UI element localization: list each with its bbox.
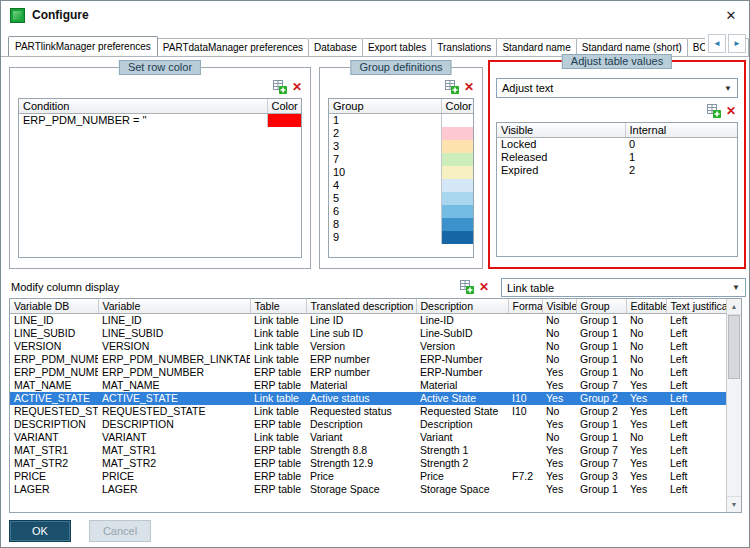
group-row[interactable]: 1 bbox=[329, 114, 473, 128]
delete-group-icon[interactable]: ✕ bbox=[464, 81, 474, 94]
group-row[interactable]: 5 bbox=[329, 192, 473, 205]
internal-value: 0 bbox=[625, 138, 737, 152]
title-bar: Configure ✕ bbox=[1, 1, 749, 29]
set-row-color-title: Set row color bbox=[119, 60, 201, 75]
tab-scroll-right-icon[interactable]: ► bbox=[728, 34, 746, 53]
table-row[interactable]: LINE_SUBIDLINE_SUBIDLink tableLine sub I… bbox=[10, 327, 726, 340]
color-swatch[interactable] bbox=[441, 179, 473, 192]
group-row[interactable]: 6 bbox=[329, 205, 473, 218]
set-row-color-toolbar: ✕ bbox=[273, 80, 302, 94]
groupdef-header-group[interactable]: Group bbox=[329, 99, 441, 114]
table-row[interactable]: PRICEPRICEERP tablePricePriceF7.2YesGrou… bbox=[10, 470, 726, 483]
adjust-mode-dropdown[interactable]: Adjust text ▼ bbox=[496, 78, 738, 98]
add-column-icon[interactable] bbox=[460, 280, 474, 294]
table-row[interactable]: ERP_PDM_NUMBERERP_PDM_NUMBERERP tableERP… bbox=[10, 366, 726, 379]
add-value-icon[interactable] bbox=[707, 104, 721, 118]
group-number: 2 bbox=[329, 127, 441, 140]
group-number: 1 bbox=[329, 114, 441, 128]
scroll-up-icon[interactable]: ▲ bbox=[727, 299, 741, 315]
delete-value-icon[interactable]: ✕ bbox=[726, 105, 736, 118]
close-icon[interactable]: ✕ bbox=[722, 6, 740, 24]
big-table-body: LINE_IDLINE_IDLink tableLine IDLine-IDNo… bbox=[10, 314, 726, 497]
color-swatch[interactable] bbox=[441, 205, 473, 218]
value-row[interactable]: Released1 bbox=[497, 151, 737, 164]
column-header-text-justification[interactable]: Text justification bbox=[666, 299, 726, 314]
app-icon bbox=[10, 8, 25, 23]
color-swatch[interactable] bbox=[441, 153, 473, 166]
value-row[interactable]: Locked0 bbox=[497, 138, 737, 152]
column-header-format[interactable]: Format bbox=[508, 299, 542, 314]
add-row-icon[interactable] bbox=[273, 80, 287, 94]
column-header-table[interactable]: Table bbox=[250, 299, 306, 314]
adjust-header-internal[interactable]: Internal bbox=[625, 123, 737, 138]
tab-database[interactable]: Database bbox=[308, 38, 363, 56]
group-row[interactable]: 2 bbox=[329, 127, 473, 140]
tab-scroll-buttons: ◄ ► bbox=[705, 34, 746, 53]
column-header-editable[interactable]: Editable bbox=[626, 299, 666, 314]
table-selector-dropdown[interactable]: Link table ▼ bbox=[501, 278, 746, 297]
color-swatch[interactable] bbox=[441, 114, 473, 128]
add-group-icon[interactable] bbox=[445, 80, 459, 94]
table-row[interactable]: MAT_STR1MAT_STR1ERP tableStrength 8.8Str… bbox=[10, 444, 726, 457]
tab-scroll-left-icon[interactable]: ◄ bbox=[708, 34, 726, 53]
groupdef-header-color[interactable]: Color bbox=[441, 99, 473, 114]
set-row-color-table: ConditionColor ERP_PDM_NUMBER = '' bbox=[18, 98, 302, 258]
group-row[interactable]: 7 bbox=[329, 153, 473, 166]
modify-column-toolbar: ✕ bbox=[460, 280, 489, 294]
tab-translations[interactable]: Translations bbox=[431, 38, 497, 56]
group-row[interactable]: 10 bbox=[329, 166, 473, 179]
color-swatch[interactable] bbox=[441, 218, 473, 231]
visible-value: Released bbox=[497, 151, 625, 164]
ok-button[interactable]: OK bbox=[9, 520, 71, 542]
group-number: 6 bbox=[329, 205, 441, 218]
value-row[interactable]: Expired2 bbox=[497, 164, 737, 177]
scrollbar-thumb[interactable] bbox=[728, 315, 740, 379]
table-row[interactable]: VERSIONVERSIONLink tableVersionVersionNo… bbox=[10, 340, 726, 353]
table-row[interactable]: ACTIVE_STATEACTIVE_STATELink tableActive… bbox=[10, 392, 726, 405]
table-row[interactable]: VARIANTVARIANTLink tableVariantVariantNo… bbox=[10, 431, 726, 444]
column-header-visible[interactable]: Visible bbox=[542, 299, 576, 314]
color-swatch[interactable] bbox=[441, 127, 473, 140]
cancel-button[interactable]: Cancel bbox=[89, 520, 151, 542]
color-swatch[interactable] bbox=[441, 166, 473, 179]
modify-column-display-label: Modify column display bbox=[11, 281, 119, 293]
window-title: Configure bbox=[32, 8, 89, 22]
color-swatch[interactable] bbox=[441, 231, 473, 244]
color-swatch[interactable] bbox=[441, 192, 473, 205]
column-header-variable-db[interactable]: Variable DB bbox=[10, 299, 98, 314]
group-row[interactable]: 4 bbox=[329, 179, 473, 192]
table-row[interactable]: REQUESTED_STATEREQUESTED_STATELink table… bbox=[10, 405, 726, 418]
set-row-color-header-row: ConditionColor bbox=[19, 99, 301, 114]
condition-row[interactable]: ERP_PDM_NUMBER = '' bbox=[19, 114, 301, 128]
table-row[interactable]: LAGERLAGERERP tableStorage SpaceStorage … bbox=[10, 483, 726, 496]
group-row[interactable]: 3 bbox=[329, 140, 473, 153]
color-swatch[interactable] bbox=[267, 114, 301, 128]
tab-partlinkmanager-preferences[interactable]: PARTlinkManager preferences bbox=[8, 36, 158, 57]
group-row[interactable]: 9 bbox=[329, 231, 473, 244]
delete-column-icon[interactable]: ✕ bbox=[479, 281, 489, 294]
group-number: 7 bbox=[329, 153, 441, 166]
chevron-down-icon: ▼ bbox=[732, 283, 740, 292]
tab-partdatamanager-preferences[interactable]: PARTdataManager preferences bbox=[157, 38, 309, 56]
adjust-header-visible[interactable]: Visible bbox=[497, 123, 625, 138]
set-row-color-group: Set row color ✕ ConditionColor ERP_PDM_N… bbox=[9, 67, 311, 269]
column-header-group[interactable]: Group bbox=[576, 299, 626, 314]
color-swatch[interactable] bbox=[441, 140, 473, 153]
vertical-scrollbar[interactable]: ▲ ▼ bbox=[726, 299, 741, 512]
table-row[interactable]: MAT_NAMEMAT_NAMEERP tableMaterialMateria… bbox=[10, 379, 726, 392]
delete-row-icon[interactable]: ✕ bbox=[292, 81, 302, 94]
group-row[interactable]: 8 bbox=[329, 218, 473, 231]
column-header-translated-description[interactable]: Translated description bbox=[306, 299, 416, 314]
condition-header-condition[interactable]: Condition bbox=[19, 99, 267, 114]
table-row[interactable]: LINE_IDLINE_IDLink tableLine IDLine-IDNo… bbox=[10, 314, 726, 328]
adjust-table-values-group: Adjust table values Adjust text ▼ ✕ bbox=[488, 60, 746, 269]
column-header-description[interactable]: Description bbox=[416, 299, 508, 314]
table-row[interactable]: DESCRIPTIONDESCRIPTIONERP tableDescripti… bbox=[10, 418, 726, 431]
column-header-variable[interactable]: Variable bbox=[98, 299, 250, 314]
tab-export-tables[interactable]: Export tables bbox=[362, 38, 432, 56]
table-row[interactable]: MAT_STR2MAT_STR2ERP tableStrength 12.9St… bbox=[10, 457, 726, 470]
condition-header-color[interactable]: Color bbox=[267, 99, 301, 114]
group-number: 3 bbox=[329, 140, 441, 153]
scroll-down-icon[interactable]: ▼ bbox=[727, 496, 741, 512]
table-row[interactable]: ERP_PDM_NUMBERERP_PDM_NUMBER_LINKTABLELi… bbox=[10, 353, 726, 366]
